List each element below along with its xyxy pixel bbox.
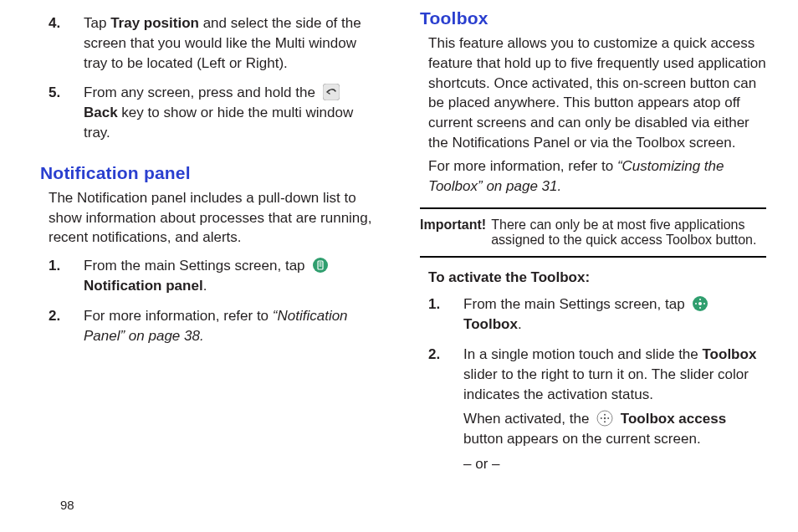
text-fragment: From the main Settings screen, tap (463, 296, 688, 312)
svg-point-16 (601, 417, 602, 419)
text-fragment: In a single motion touch and slide the (463, 346, 702, 362)
svg-point-1 (313, 258, 328, 273)
step-text: From the main Settings screen, tap Notif… (84, 258, 332, 294)
svg-point-15 (604, 422, 606, 423)
toolbox-intro-2: For more information, refer to “Customiz… (428, 156, 766, 197)
svg-point-13 (604, 417, 606, 419)
bold-fragment: Tray position (110, 15, 199, 31)
svg-point-7 (698, 302, 702, 305)
bold-fragment: Back (84, 105, 118, 120)
svg-point-10 (695, 303, 697, 304)
step-text: For more information, refer to “Notifica… (84, 308, 348, 344)
right-column: Toolbox This feature allows you to custo… (420, 8, 766, 479)
text-fragment: slider to the right to turn it on. The s… (463, 366, 749, 402)
toolbox-heading: Toolbox (420, 8, 766, 28)
step-number: 4. (49, 13, 60, 33)
text-fragment: key to show or hide the multi window tra… (84, 105, 353, 141)
text-fragment: From any screen, press and hold the (84, 84, 320, 100)
notification-panel-icon (312, 257, 329, 274)
svg-point-9 (699, 307, 701, 309)
important-label: Important! (420, 217, 491, 248)
step-1: 1. From the main Settings screen, tap To… (428, 289, 766, 340)
bold-fragment: Notification panel (84, 278, 203, 294)
step-subtext: When activated, the Toolbox access butto… (463, 409, 766, 449)
manual-page: 4. Tap Tray position and select the side… (0, 0, 798, 532)
notification-panel-intro: The Notification panel includes a pull-d… (49, 188, 376, 248)
notification-panel-steps: 1. From the main Settings screen, tap No… (49, 251, 376, 350)
step-text: In a single motion touch and slide the T… (463, 346, 766, 474)
svg-point-14 (604, 414, 606, 416)
columns: 4. Tap Tray position and select the side… (40, 8, 766, 479)
text-fragment: button appears on the current screen. (463, 431, 701, 447)
svg-point-11 (703, 303, 705, 304)
activate-toolbox-heading: To activate the Toolbox: (428, 269, 766, 286)
svg-point-8 (699, 299, 701, 300)
step-number: 5. (49, 83, 60, 103)
bold-fragment: Toolbox access (621, 411, 726, 427)
text-fragment: For more information, refer to (84, 308, 273, 324)
bold-fragment: Toolbox (463, 316, 518, 332)
text-fragment: . (518, 316, 522, 332)
step-5: 5. From any screen, press and hold the B… (49, 78, 376, 147)
step-text: From any screen, press and hold the Back… (84, 84, 353, 141)
text-fragment: For more information, refer to (428, 158, 617, 174)
svg-point-17 (607, 417, 609, 419)
toolbox-steps: 1. From the main Settings screen, tap To… (428, 289, 766, 478)
step-4: 4. Tap Tray position and select the side… (49, 8, 376, 78)
step-2: 2. For more information, refer to “Notif… (49, 301, 376, 351)
text-fragment: . (203, 278, 207, 294)
important-note: Important! There can only be at most fiv… (420, 207, 766, 258)
toolbox-access-icon (596, 410, 613, 427)
page-number: 98 (60, 498, 74, 512)
toolbox-intro-1: This feature allows you to customize a q… (428, 33, 766, 153)
step-number: 2. (49, 306, 60, 326)
step-2: 2. In a single motion touch and slide th… (428, 340, 766, 479)
step-number: 1. (428, 294, 440, 315)
text-fragment: Tap (84, 15, 110, 31)
step-number: 1. (49, 256, 60, 276)
step-1: 1. From the main Settings screen, tap No… (49, 251, 376, 301)
text-fragment: When activated, the (463, 411, 593, 427)
bold-fragment: Toolbox (703, 346, 757, 362)
step-or: – or – (463, 454, 766, 474)
step-text: Tap Tray position and select the side of… (84, 15, 361, 71)
step-text: From the main Settings screen, tap Toolb… (463, 296, 712, 332)
multiwindow-steps: 4. Tap Tray position and select the side… (49, 8, 376, 148)
text-fragment: From the main Settings screen, tap (84, 258, 309, 274)
step-number: 2. (428, 345, 440, 365)
svg-rect-0 (323, 84, 340, 100)
left-column: 4. Tap Tray position and select the side… (40, 8, 376, 479)
toolbox-icon (692, 295, 708, 312)
notification-panel-heading: Notification panel (40, 163, 376, 183)
important-text: There can only be at most five applicati… (491, 217, 766, 248)
back-icon (323, 84, 340, 100)
